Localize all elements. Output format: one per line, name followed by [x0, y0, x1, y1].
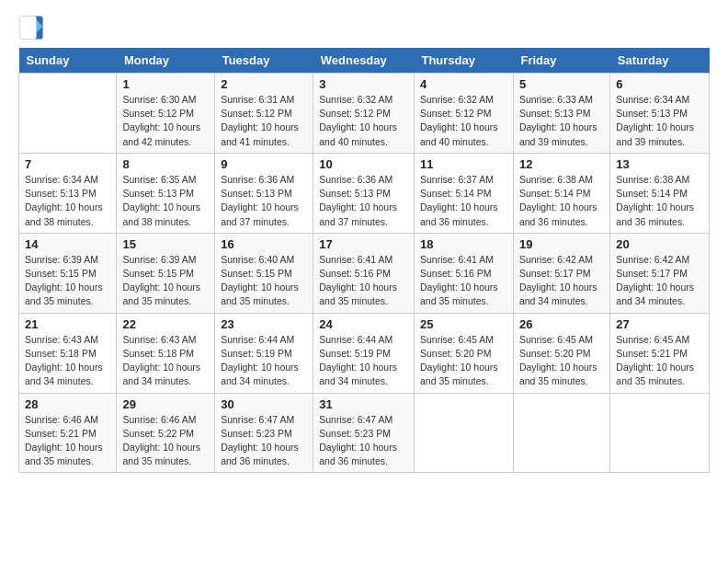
- day-number: 20: [616, 237, 703, 251]
- day-info: Sunrise: 6:39 AMSunset: 5:15 PMDaylight:…: [25, 253, 110, 309]
- day-info: Sunrise: 6:36 AMSunset: 5:13 PMDaylight:…: [221, 173, 307, 229]
- day-info: Sunrise: 6:36 AMSunset: 5:13 PMDaylight:…: [319, 173, 408, 229]
- day-number: 25: [420, 317, 507, 331]
- calendar-cell: 25Sunrise: 6:45 AMSunset: 5:20 PMDayligh…: [414, 313, 513, 393]
- day-header-sunday: Sunday: [19, 48, 117, 74]
- day-number: 7: [25, 157, 110, 171]
- day-info: Sunrise: 6:44 AMSunset: 5:19 PMDaylight:…: [221, 333, 307, 389]
- day-info: Sunrise: 6:40 AMSunset: 5:15 PMDaylight:…: [221, 253, 307, 309]
- day-number: 3: [319, 77, 408, 91]
- day-number: 11: [420, 157, 507, 171]
- calendar-cell: [513, 393, 609, 473]
- day-number: 10: [319, 157, 408, 171]
- calendar-cell: 26Sunrise: 6:45 AMSunset: 5:20 PMDayligh…: [513, 313, 609, 393]
- calendar-cell: 22Sunrise: 6:43 AMSunset: 5:18 PMDayligh…: [117, 313, 215, 393]
- calendar-cell: 6Sunrise: 6:34 AMSunset: 5:13 PMDaylight…: [610, 74, 710, 154]
- calendar-cell: 15Sunrise: 6:39 AMSunset: 5:15 PMDayligh…: [117, 233, 215, 313]
- day-info: Sunrise: 6:31 AMSunset: 5:12 PMDaylight:…: [221, 93, 307, 149]
- calendar-cell: 23Sunrise: 6:44 AMSunset: 5:19 PMDayligh…: [215, 313, 313, 393]
- day-header-monday: Monday: [117, 48, 215, 74]
- day-info: Sunrise: 6:34 AMSunset: 5:13 PMDaylight:…: [25, 173, 110, 229]
- calendar-cell: 8Sunrise: 6:35 AMSunset: 5:13 PMDaylight…: [117, 153, 215, 233]
- day-number: 15: [122, 237, 209, 251]
- calendar-cell: 14Sunrise: 6:39 AMSunset: 5:15 PMDayligh…: [19, 233, 117, 313]
- calendar-cell: 11Sunrise: 6:37 AMSunset: 5:14 PMDayligh…: [414, 153, 513, 233]
- day-number: 17: [319, 237, 408, 251]
- calendar-cell: 28Sunrise: 6:46 AMSunset: 5:21 PMDayligh…: [19, 393, 117, 473]
- day-info: Sunrise: 6:46 AMSunset: 5:21 PMDaylight:…: [25, 413, 110, 469]
- day-number: 28: [25, 397, 110, 411]
- day-info: Sunrise: 6:43 AMSunset: 5:18 PMDaylight:…: [122, 333, 209, 389]
- calendar-cell: 30Sunrise: 6:47 AMSunset: 5:23 PMDayligh…: [215, 393, 313, 473]
- day-number: 26: [519, 317, 604, 331]
- day-info: Sunrise: 6:38 AMSunset: 5:14 PMDaylight:…: [616, 173, 703, 229]
- calendar-cell: 19Sunrise: 6:42 AMSunset: 5:17 PMDayligh…: [513, 233, 609, 313]
- calendar-cell: 9Sunrise: 6:36 AMSunset: 5:13 PMDaylight…: [215, 153, 313, 233]
- calendar-cell: 21Sunrise: 6:43 AMSunset: 5:18 PMDayligh…: [19, 313, 117, 393]
- calendar-cell: 29Sunrise: 6:46 AMSunset: 5:22 PMDayligh…: [117, 393, 215, 473]
- day-number: 4: [420, 77, 507, 91]
- day-info: Sunrise: 6:30 AMSunset: 5:12 PMDaylight:…: [122, 93, 209, 149]
- calendar-cell: 17Sunrise: 6:41 AMSunset: 5:16 PMDayligh…: [313, 233, 415, 313]
- calendar-cell: 16Sunrise: 6:40 AMSunset: 5:15 PMDayligh…: [215, 233, 313, 313]
- day-number: 13: [616, 157, 703, 171]
- day-number: 22: [122, 317, 209, 331]
- day-number: 8: [122, 157, 209, 171]
- day-number: 9: [221, 157, 307, 171]
- day-number: 5: [519, 77, 604, 91]
- day-info: Sunrise: 6:44 AMSunset: 5:19 PMDaylight:…: [319, 333, 408, 389]
- svg-rect-2: [19, 16, 36, 39]
- day-number: 6: [616, 77, 703, 91]
- day-info: Sunrise: 6:47 AMSunset: 5:23 PMDaylight:…: [319, 413, 408, 469]
- calendar-cell: 4Sunrise: 6:32 AMSunset: 5:12 PMDaylight…: [414, 74, 513, 154]
- day-header-wednesday: Wednesday: [313, 48, 415, 74]
- day-info: Sunrise: 6:34 AMSunset: 5:13 PMDaylight:…: [616, 93, 703, 149]
- logo: [18, 15, 48, 40]
- calendar-cell: 10Sunrise: 6:36 AMSunset: 5:13 PMDayligh…: [313, 153, 415, 233]
- day-number: 29: [122, 397, 209, 411]
- day-number: 24: [319, 317, 408, 331]
- calendar-cell: 20Sunrise: 6:42 AMSunset: 5:17 PMDayligh…: [610, 233, 710, 313]
- day-header-tuesday: Tuesday: [215, 48, 313, 74]
- calendar-cell: [610, 393, 710, 473]
- day-info: Sunrise: 6:37 AMSunset: 5:14 PMDaylight:…: [420, 173, 507, 229]
- calendar-cell: 18Sunrise: 6:41 AMSunset: 5:16 PMDayligh…: [414, 233, 513, 313]
- calendar-cell: 1Sunrise: 6:30 AMSunset: 5:12 PMDaylight…: [117, 74, 215, 154]
- day-info: Sunrise: 6:45 AMSunset: 5:20 PMDaylight:…: [519, 333, 604, 389]
- day-number: 14: [25, 237, 110, 251]
- day-header-friday: Friday: [513, 48, 609, 74]
- day-number: 31: [319, 397, 408, 411]
- day-info: Sunrise: 6:32 AMSunset: 5:12 PMDaylight:…: [420, 93, 507, 149]
- day-info: Sunrise: 6:35 AMSunset: 5:13 PMDaylight:…: [122, 173, 209, 229]
- day-info: Sunrise: 6:39 AMSunset: 5:15 PMDaylight:…: [122, 253, 209, 309]
- day-number: 23: [221, 317, 307, 331]
- calendar-cell: 2Sunrise: 6:31 AMSunset: 5:12 PMDaylight…: [215, 74, 313, 154]
- day-info: Sunrise: 6:41 AMSunset: 5:16 PMDaylight:…: [420, 253, 507, 309]
- calendar-cell: 3Sunrise: 6:32 AMSunset: 5:12 PMDaylight…: [313, 74, 415, 154]
- day-number: 19: [519, 237, 604, 251]
- day-number: 1: [122, 77, 209, 91]
- calendar-cell: 12Sunrise: 6:38 AMSunset: 5:14 PMDayligh…: [513, 153, 609, 233]
- calendar-cell: 7Sunrise: 6:34 AMSunset: 5:13 PMDaylight…: [19, 153, 117, 233]
- day-info: Sunrise: 6:43 AMSunset: 5:18 PMDaylight:…: [25, 333, 110, 389]
- day-number: 30: [221, 397, 307, 411]
- calendar-cell: 27Sunrise: 6:45 AMSunset: 5:21 PMDayligh…: [610, 313, 710, 393]
- day-number: 16: [221, 237, 307, 251]
- day-info: Sunrise: 6:41 AMSunset: 5:16 PMDaylight:…: [319, 253, 408, 309]
- day-number: 2: [221, 77, 307, 91]
- calendar-cell: [19, 74, 117, 154]
- day-info: Sunrise: 6:45 AMSunset: 5:20 PMDaylight:…: [420, 333, 507, 389]
- day-number: 21: [25, 317, 110, 331]
- day-info: Sunrise: 6:42 AMSunset: 5:17 PMDaylight:…: [519, 253, 604, 309]
- calendar-cell: 24Sunrise: 6:44 AMSunset: 5:19 PMDayligh…: [313, 313, 415, 393]
- day-number: 12: [519, 157, 604, 171]
- day-info: Sunrise: 6:45 AMSunset: 5:21 PMDaylight:…: [616, 333, 703, 389]
- day-info: Sunrise: 6:38 AMSunset: 5:14 PMDaylight:…: [519, 173, 604, 229]
- day-info: Sunrise: 6:42 AMSunset: 5:17 PMDaylight:…: [616, 253, 703, 309]
- calendar-cell: 31Sunrise: 6:47 AMSunset: 5:23 PMDayligh…: [313, 393, 415, 473]
- day-info: Sunrise: 6:32 AMSunset: 5:12 PMDaylight:…: [319, 93, 408, 149]
- day-number: 18: [420, 237, 507, 251]
- day-header-thursday: Thursday: [414, 48, 513, 74]
- calendar-cell: [414, 393, 513, 473]
- day-number: 27: [616, 317, 703, 331]
